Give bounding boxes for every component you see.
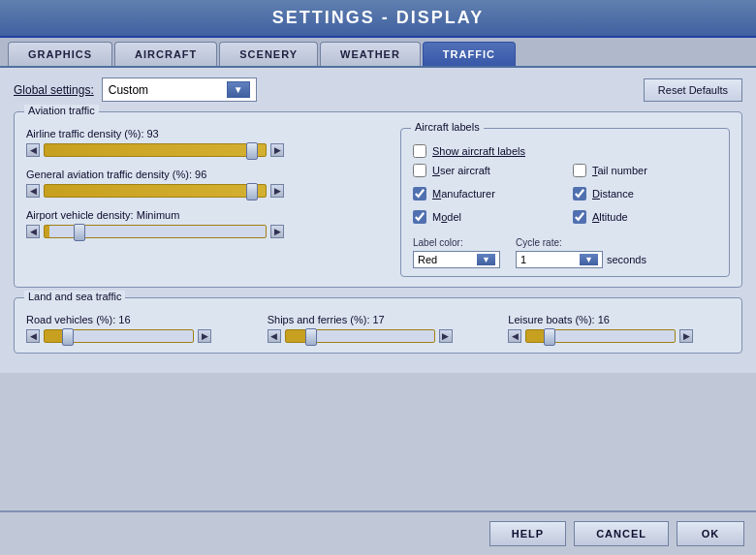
label-color-group: Label color: Red ▼ [413, 237, 500, 268]
label-color-dropdown[interactable]: Red ▼ [413, 251, 500, 268]
show-labels-row: Show aircraft labels [413, 144, 717, 158]
tab-scenery[interactable]: SCENERY [219, 42, 318, 66]
airline-density-label: Airline traffic density (%): 93 [26, 128, 389, 139]
airline-density-group: Airline traffic density (%): 93 ◀ ▶ [26, 128, 389, 157]
model-row: Model [413, 210, 557, 224]
distance-checkbox[interactable] [573, 187, 586, 200]
land-sea-title: Land and sea traffic [24, 291, 125, 302]
aviation-traffic-section: Aviation traffic Airline traffic density… [14, 111, 742, 288]
ships-ferries-left-btn[interactable]: ◀ [268, 329, 281, 343]
user-aircraft-row: User aircraft [413, 164, 557, 177]
road-vehicles-track[interactable] [44, 329, 194, 343]
user-aircraft-label: User aircraft [432, 165, 490, 176]
road-vehicles-group: Road vehicles (%): 16 ◀ ▶ [26, 314, 248, 343]
airline-density-slider-container: ◀ ▶ [26, 143, 389, 157]
land-sea-section: Land and sea traffic Road vehicles (%): … [14, 297, 742, 354]
manufacturer-row: Manufacturer [413, 187, 557, 200]
altitude-row: Altitude [573, 210, 717, 224]
bottom-bar: HELP CANCEL OK [0, 510, 756, 555]
cancel-button[interactable]: CANCEL [574, 521, 669, 546]
global-settings-row: Global settings: Custom ▼ Reset Defaults [14, 77, 742, 102]
leisure-boats-right-btn[interactable]: ▶ [679, 329, 693, 343]
tab-traffic[interactable]: TRAFFIC [423, 42, 516, 66]
altitude-checkbox[interactable] [573, 210, 586, 224]
global-settings-label: Global settings: [14, 83, 94, 97]
airport-vehicle-slider-container: ◀ ▶ [26, 225, 389, 238]
leisure-boats-thumb[interactable] [544, 328, 555, 346]
leisure-boats-track[interactable] [525, 329, 676, 343]
airport-vehicle-track[interactable] [44, 225, 267, 238]
general-aviation-slider-container: ◀ ▶ [26, 184, 389, 198]
road-vehicles-right-btn[interactable]: ▶ [198, 329, 211, 343]
manufacturer-label: Manufacturer [432, 188, 495, 200]
airport-vehicle-left-btn[interactable]: ◀ [26, 225, 40, 238]
global-settings-left: Global settings: Custom ▼ [14, 77, 257, 102]
tail-number-checkbox[interactable] [573, 164, 586, 177]
global-settings-value: Custom [109, 83, 148, 97]
airline-density-right-btn[interactable]: ▶ [270, 143, 284, 157]
airline-density-left-btn[interactable]: ◀ [26, 143, 40, 157]
title-text: SETTINGS - DISPLAY [272, 8, 484, 27]
ships-ferries-slider-container: ◀ ▶ [268, 329, 489, 343]
seconds-label: seconds [607, 254, 646, 265]
airline-density-thumb[interactable] [246, 142, 258, 160]
tab-aircraft[interactable]: AIRCRAFT [114, 42, 217, 66]
manufacturer-checkbox[interactable] [413, 187, 426, 200]
tab-weather[interactable]: WEATHER [320, 42, 421, 66]
tab-bar: GRAPHICS AIRCRAFT SCENERY WEATHER TRAFFI… [0, 38, 756, 68]
main-content: Global settings: Custom ▼ Reset Defaults… [0, 68, 756, 373]
ships-ferries-group: Ships and ferries (%): 17 ◀ ▶ [268, 314, 489, 343]
road-vehicles-thumb[interactable] [62, 328, 74, 346]
land-sea-inner: Road vehicles (%): 16 ◀ ▶ Ships and ferr… [26, 314, 730, 343]
cycle-rate-text: Cycle rate: [516, 237, 646, 248]
reset-defaults-button[interactable]: Reset Defaults [644, 78, 742, 102]
tail-number-row: Tail number [573, 164, 717, 177]
model-label: Model [432, 211, 461, 223]
leisure-boats-label: Leisure boats (%): 16 [508, 314, 730, 325]
aviation-sliders: Airline traffic density (%): 93 ◀ ▶ Gene… [26, 128, 389, 277]
airport-vehicle-right-btn[interactable]: ▶ [270, 225, 284, 238]
cycle-rate-value: 1 [520, 254, 526, 265]
tail-number-label: Tail number [592, 165, 647, 176]
show-labels-checkbox[interactable] [413, 144, 426, 158]
leisure-boats-group: Leisure boats (%): 16 ◀ ▶ [508, 314, 730, 343]
label-color-arrow[interactable]: ▼ [477, 254, 495, 265]
general-aviation-left-btn[interactable]: ◀ [26, 184, 40, 198]
leisure-boats-slider-container: ◀ ▶ [508, 329, 730, 343]
general-aviation-right-btn[interactable]: ▶ [270, 184, 284, 198]
distance-label: Distance [592, 188, 634, 200]
label-color-value: Red [418, 254, 437, 265]
tab-graphics[interactable]: GRAPHICS [8, 42, 112, 66]
user-aircraft-checkbox[interactable] [413, 164, 426, 177]
labels-grid: User aircraft Tail number Manufacturer [413, 164, 717, 230]
road-vehicles-label: Road vehicles (%): 16 [26, 314, 248, 325]
ships-ferries-track[interactable] [285, 329, 435, 343]
leisure-boats-left-btn[interactable]: ◀ [508, 329, 521, 343]
global-settings-dropdown[interactable]: Custom ▼ [102, 77, 257, 102]
ships-ferries-right-btn[interactable]: ▶ [439, 329, 453, 343]
airport-vehicle-label: Airport vehicle density: Minimum [26, 209, 389, 221]
cycle-rate-arrow[interactable]: ▼ [580, 254, 598, 265]
global-settings-dropdown-arrow[interactable]: ▼ [227, 81, 250, 98]
aircraft-labels-box: Aircraft labels Show aircraft labels Use… [400, 128, 730, 277]
ok-button[interactable]: OK [677, 521, 744, 546]
aircraft-labels-title: Aircraft labels [411, 121, 484, 133]
road-vehicles-slider-container: ◀ ▶ [26, 329, 248, 343]
aviation-inner: Airline traffic density (%): 93 ◀ ▶ Gene… [26, 128, 730, 277]
cycle-rate-dropdown[interactable]: 1 ▼ [516, 251, 603, 268]
ships-ferries-thumb[interactable] [305, 328, 317, 346]
airport-vehicle-group: Airport vehicle density: Minimum ◀ ▶ [26, 209, 389, 238]
general-aviation-thumb[interactable] [246, 183, 258, 200]
help-button[interactable]: HELP [489, 521, 566, 546]
altitude-label: Altitude [592, 211, 628, 223]
distance-row: Distance [573, 187, 717, 200]
road-vehicles-left-btn[interactable]: ◀ [26, 329, 40, 343]
global-settings-label-text: Global settings: [14, 83, 94, 97]
airport-vehicle-thumb[interactable] [74, 224, 85, 241]
model-checkbox[interactable] [413, 210, 426, 224]
general-aviation-group: General aviation traffic density (%): 96… [26, 169, 389, 198]
cycle-rate-group: Cycle rate: 1 ▼ seconds [516, 237, 646, 268]
airline-density-track[interactable] [44, 143, 267, 157]
general-aviation-track[interactable] [44, 184, 267, 198]
ships-ferries-label: Ships and ferries (%): 17 [268, 314, 489, 325]
